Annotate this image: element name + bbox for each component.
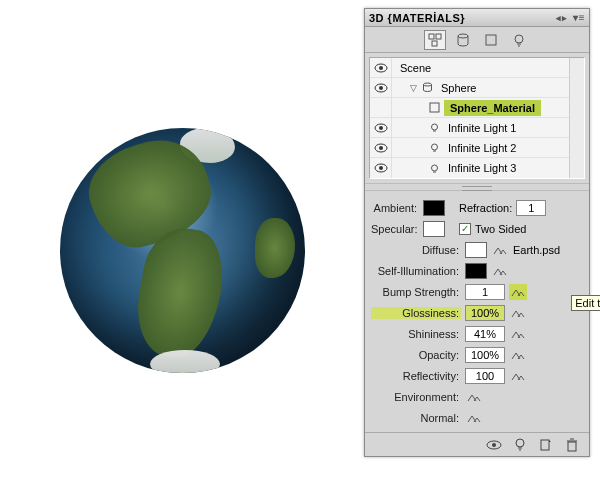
bump-label: Bump Strength: [371, 286, 461, 298]
refraction-label: Refraction: [459, 202, 512, 214]
reflect-input[interactable] [465, 368, 505, 384]
visibility-toggle[interactable] [370, 98, 392, 117]
selfillum-label: Self-Illumination: [371, 265, 461, 277]
eye-icon [374, 63, 388, 73]
texture-icon [493, 265, 507, 277]
texture-icon [493, 244, 507, 256]
opacity-texture-menu[interactable] [509, 347, 527, 363]
materials-filter-button[interactable] [480, 30, 502, 50]
svg-point-15 [379, 126, 383, 130]
selfillum-swatch[interactable] [465, 263, 487, 279]
visibility-toggle[interactable] [370, 118, 392, 137]
texture-icon [511, 328, 525, 340]
specular-label: Specular: [371, 223, 419, 235]
visibility-toggle[interactable] [370, 78, 392, 97]
diffuse-file-label: Earth.psd [513, 244, 560, 256]
bump-input[interactable] [465, 284, 505, 300]
svg-point-28 [516, 439, 524, 447]
ambient-swatch[interactable] [423, 200, 445, 216]
globe-preview [60, 128, 305, 373]
scene-root-label: Scene [396, 60, 435, 76]
normal-label: Normal: [371, 412, 461, 424]
reflect-texture-menu[interactable] [509, 368, 527, 384]
disclosure-triangle-icon[interactable]: ▽ [410, 83, 417, 93]
visibility-toggle[interactable] [370, 58, 392, 77]
diffuse-texture-menu[interactable] [491, 242, 509, 258]
scene-row-sphere[interactable]: ▽ Sphere [370, 78, 569, 98]
env-texture-menu[interactable] [465, 389, 483, 405]
eye-icon [374, 83, 388, 93]
opacity-label: Opacity: [371, 349, 461, 361]
scene-row-light1[interactable]: Infinite Light 1 [370, 118, 569, 138]
svg-rect-32 [568, 442, 576, 451]
lights-filter-button[interactable] [508, 30, 530, 50]
visibility-toggle[interactable] [370, 138, 392, 157]
gloss-label: Glossiness: [371, 307, 461, 319]
cylinder-icon [456, 33, 470, 47]
ambient-label: Ambient: [371, 202, 419, 214]
eye-icon [374, 163, 388, 173]
diffuse-label: Diffuse: [371, 244, 461, 256]
svg-point-23 [379, 166, 383, 170]
svg-point-12 [423, 83, 431, 86]
scene-list: Scene ▽ Sphere Sphere_Material [369, 57, 585, 179]
shine-input[interactable] [465, 326, 505, 342]
scene-item-label: Infinite Light 1 [444, 120, 521, 136]
eye-icon [374, 123, 388, 133]
mesh-icon [421, 82, 433, 94]
mesh-filter-button[interactable] [452, 30, 474, 50]
trash-icon [566, 438, 578, 452]
lightbulb-icon [512, 33, 526, 47]
viewport [0, 0, 365, 500]
toggle-visibility-button[interactable] [485, 436, 503, 454]
svg-point-27 [492, 443, 496, 447]
scrollbar[interactable] [569, 58, 584, 178]
light-button[interactable] [511, 436, 529, 454]
panel-menu-icon[interactable]: ▾≡ [573, 12, 585, 23]
env-label: Environment: [371, 391, 461, 403]
eye-icon [374, 143, 388, 153]
specular-swatch[interactable] [423, 221, 445, 237]
material-icon [428, 102, 440, 114]
texture-icon [511, 370, 525, 382]
gloss-input[interactable] [465, 305, 505, 321]
normal-texture-menu[interactable] [465, 410, 483, 426]
scene-row-light2[interactable]: Infinite Light 2 [370, 138, 569, 158]
bump-texture-menu[interactable] [509, 284, 527, 300]
svg-rect-13 [430, 103, 439, 112]
svg-point-24 [431, 165, 437, 171]
shine-texture-menu[interactable] [509, 326, 527, 342]
diffuse-swatch[interactable] [465, 242, 487, 258]
svg-point-16 [431, 124, 437, 130]
square-icon [484, 33, 498, 47]
panel-divider[interactable] [365, 183, 589, 191]
scene-row-root[interactable]: Scene [370, 58, 569, 78]
svg-point-11 [379, 86, 383, 90]
reflect-label: Reflectivity: [371, 370, 461, 382]
svg-point-19 [379, 146, 383, 150]
opacity-input[interactable] [465, 347, 505, 363]
panel-toolbar [365, 27, 589, 53]
lightbulb-icon [514, 438, 526, 452]
refraction-input[interactable] [516, 200, 546, 216]
light-icon [428, 122, 440, 134]
shine-label: Shininess: [371, 328, 461, 340]
svg-point-20 [431, 144, 437, 150]
eye-icon [486, 440, 502, 450]
twosided-checkbox[interactable]: ✓ [459, 223, 471, 235]
panel-titlebar[interactable]: 3D {MATERİALS} ◂▸ ▾≡ [365, 9, 589, 27]
selfillum-texture-menu[interactable] [491, 263, 509, 279]
gloss-texture-menu[interactable] [509, 305, 527, 321]
panel-title: 3D {MATERİALS} [369, 12, 465, 24]
collapse-arrows-icon[interactable]: ◂▸ [556, 13, 567, 23]
scene-item-label: Sphere [437, 80, 480, 96]
new-button[interactable] [537, 436, 555, 454]
scene-filter-button[interactable] [424, 30, 446, 50]
light-icon [428, 162, 440, 174]
scene-row-material[interactable]: Sphere_Material [370, 98, 569, 118]
visibility-toggle[interactable] [370, 158, 392, 178]
texture-icon [511, 307, 525, 319]
svg-rect-1 [436, 34, 441, 39]
scene-row-light3[interactable]: Infinite Light 3 [370, 158, 569, 178]
delete-button[interactable] [563, 436, 581, 454]
